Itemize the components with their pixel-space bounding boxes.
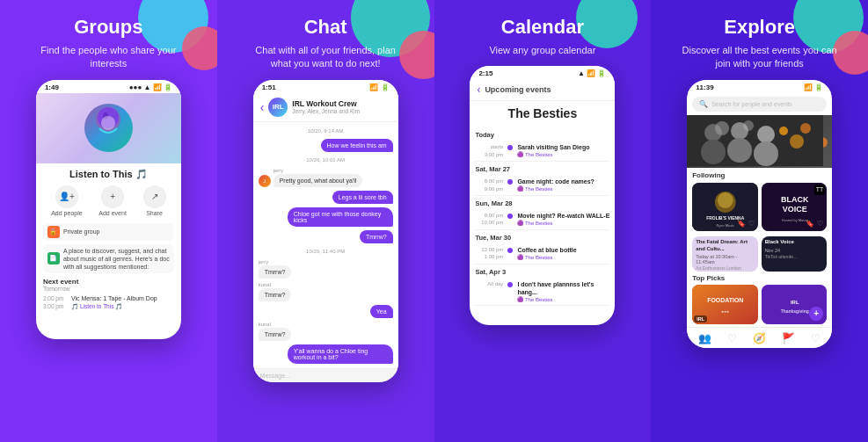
chat-input[interactable]: Message...	[253, 368, 398, 382]
cal-group-title: The Besties	[470, 101, 615, 124]
bookmark-icon[interactable]: 🔖	[737, 220, 746, 228]
pick-1[interactable]: FOODATION ●●● IRL	[692, 285, 758, 324]
cal-event-4-name: Coffee at blue bottle	[517, 246, 609, 254]
explore-title: Explore	[724, 16, 795, 39]
svg-point-6	[701, 140, 726, 164]
add-event-icon: +	[101, 185, 124, 208]
nav-compass-icon[interactable]: 🧭	[753, 332, 766, 344]
cal-section-mar28: Sun, Mar 28	[475, 199, 609, 207]
cal-event-3: 8:00 pm10:00 pm Movie night? Re-watch WA…	[475, 209, 609, 230]
explore-subtitle: Discover all the best events you can joi…	[681, 44, 839, 71]
bubble-6: Tmrrw?	[259, 265, 292, 279]
next-event-section: Next event Tomorrow 2:00 pm 3:00 pm Vic …	[43, 278, 174, 310]
svg-point-13	[779, 127, 788, 135]
following-card-1[interactable]: FROLIB'S VIENNA Ryan Music 🔖 ♡	[692, 183, 758, 231]
chat-panel: Chat Chat with all of your friends, plan…	[217, 0, 434, 442]
svg-point-18	[718, 192, 733, 208]
svg-point-11	[715, 121, 729, 135]
cal-dot-5	[507, 282, 513, 287]
sender-jerry: jerry	[274, 168, 363, 173]
chat-group-avatar: IRL	[268, 98, 288, 117]
svg-point-15	[800, 123, 811, 134]
following-label: Following	[692, 171, 827, 179]
cal-event-2-group: 🟣 The Besties	[517, 185, 609, 192]
private-group-row: 🔒 Private group	[43, 223, 174, 241]
svg-text:Ryan Music: Ryan Music	[717, 223, 735, 228]
explore-signal: 📶 🔋	[804, 83, 823, 91]
bubble-2: Pretty good, what about ya'll	[274, 174, 363, 187]
nav-profile-icon[interactable]: ♡	[811, 332, 821, 344]
following-card-2[interactable]: BLACK VOICE Hosted by Matay TT 🔖 ♡	[762, 183, 828, 231]
picks-row: FOODATION ●●● IRL IRL Thanksgiving +	[692, 285, 827, 324]
cal-back-button[interactable]: ‹	[477, 83, 480, 96]
heart-icon[interactable]: ♡	[748, 220, 755, 228]
svg-text:●●●: ●●●	[721, 309, 729, 314]
explore-hero-image	[687, 115, 832, 168]
bookmark-icon-2[interactable]: 🔖	[806, 220, 814, 228]
add-people-btn[interactable]: 👤+ Add people	[51, 185, 82, 216]
groups-signal: ●●● ▲ 📶 🔋	[129, 83, 172, 91]
bubble-4: Chloe got me with those donkey kicks	[288, 207, 393, 227]
svg-point-12	[743, 120, 754, 131]
irl-label: IRL	[694, 315, 707, 322]
heart-icon-2[interactable]: ♡	[817, 220, 823, 228]
sender-jerry-2: jerry	[259, 259, 269, 264]
pick-2[interactable]: IRL Thanksgiving +	[762, 285, 828, 324]
msg-6: jerry Tmrrw?	[259, 259, 393, 279]
cal-dot-2	[507, 179, 513, 185]
cal-event-1-group: 🟣 The Besties	[517, 151, 609, 157]
cal-event-3-group: 🟣 The Besties	[517, 220, 609, 226]
card-2-actions: 🔖 ♡	[806, 220, 823, 228]
cal-header-label: Upcoming events	[485, 85, 608, 94]
chat-signal: 📶 🔋	[369, 83, 389, 91]
nav-flag-icon[interactable]: 🚩	[782, 332, 795, 344]
cal-status-bar: 2:15 ▲ 📶 🔋	[470, 66, 615, 79]
groups-subtitle: Find the people who share your interests	[29, 44, 187, 71]
explore-status-bar: 11:39 📶 🔋	[687, 80, 832, 93]
calendar-subtitle: View any group calendar	[489, 44, 595, 57]
add-btn[interactable]: +	[809, 307, 823, 321]
chat-time: 1:51	[262, 83, 276, 91]
event-card-2[interactable]: Black Voice Nov 24 TikTok attende...	[762, 236, 828, 272]
cal-events-list: Today starts3:00 pm Sarah visiting San D…	[470, 124, 615, 308]
event-card-1[interactable]: The Fatal Dream: Art and Cultu... Today …	[692, 236, 758, 272]
nav-groups-icon[interactable]: 👥	[698, 332, 711, 344]
cal-dot-3	[507, 214, 513, 219]
cal-event-1: starts3:00 pm Sarah visiting San Diego 🟣…	[475, 141, 609, 162]
svg-point-10	[754, 141, 778, 166]
chat-messages-container: 10/20, 9:14 AM How we feelin this am 10/…	[253, 122, 398, 368]
cal-event-1-time: starts3:00 pm	[475, 143, 503, 158]
chat-header: ‹ IRL IRL Workout Crew Jerry, Alex, Jenn…	[253, 93, 398, 122]
svg-text:VOICE: VOICE	[782, 205, 806, 214]
add-event-btn[interactable]: + Add event	[98, 185, 127, 216]
cal-event-3-name: Movie night? Re-watch WALL-E	[517, 212, 609, 220]
cal-event-2-name: Game night: code names?	[517, 178, 609, 185]
calendar-title: Calendar	[501, 16, 584, 39]
msg-row-2: J jerry Pretty good, what about ya'll	[259, 168, 363, 187]
event-detail-block: Vic Mensa: 1 Tape - Album Dop 🎵 Listen t…	[71, 294, 157, 310]
cal-event-2-time: 8:00 pm9:00 pm	[475, 178, 503, 192]
cal-event-2-info: Game night: code names? 🟣 The Besties	[517, 178, 609, 192]
event-start: 2:00 pm	[43, 294, 68, 302]
cal-section-mar30: Tue, Mar 30	[475, 234, 609, 242]
chat-title: Chat	[304, 16, 347, 39]
nav-heart-icon[interactable]: ♡	[727, 332, 737, 344]
back-button[interactable]: ‹	[260, 100, 265, 114]
groups-group-name: Listen to This 🎵	[43, 169, 174, 180]
explore-search-bar[interactable]: 🔍 Search for people and events	[692, 97, 827, 112]
bubble-10: Y'all wanna do a Chloe ting workout in a…	[288, 344, 393, 364]
event-end: 3:00 pm	[43, 302, 68, 310]
share-btn[interactable]: ↗ Share	[143, 185, 166, 216]
groups-status-bar: 1:49 ●●● ▲ 📶 🔋	[36, 80, 181, 93]
cal-event-4-time: 12:00 pm1:00 pm	[475, 246, 503, 261]
sender-kunal: kunal	[259, 282, 271, 287]
groups-actions: 👤+ Add people + Add event ↗ Share	[43, 185, 174, 216]
tomorrow-label: Tomorrow	[43, 286, 174, 292]
doc-icon: 📄	[47, 252, 60, 264]
cal-event-4-info: Coffee at blue bottle 🟣 The Besties	[517, 246, 609, 260]
event-time: 2:00 pm 3:00 pm	[43, 294, 68, 310]
msg-3: Legs a lil sore tbh	[259, 191, 393, 204]
top-picks-section: Top Picks FOODATION ●●●	[687, 272, 832, 327]
cal-blob-1	[576, 0, 638, 48]
chat-subtitle: Chat with all of your friends, plan what…	[246, 44, 405, 71]
